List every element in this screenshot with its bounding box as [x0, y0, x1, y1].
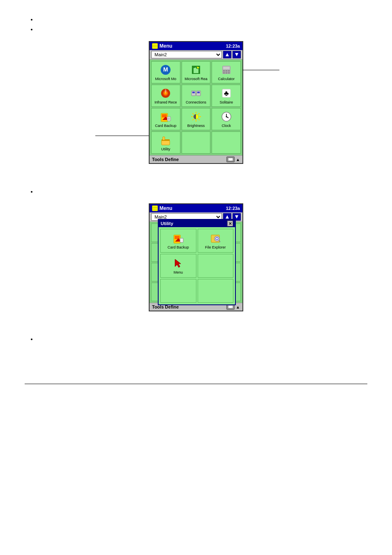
- icon-label: Microsoft Rea: [184, 77, 208, 81]
- svg-rect-22: [192, 92, 195, 93]
- svg-line-41: [198, 113, 199, 115]
- svg-rect-52: [152, 210, 157, 210]
- icon-label: Clock: [221, 124, 231, 128]
- svg-marker-63: [175, 259, 181, 267]
- svg-rect-51: [152, 208, 157, 209]
- brightness-icon: [189, 110, 203, 123]
- popup-icon-empty-1: [198, 254, 234, 278]
- icon-grid-1: M Microsoft Mo: [150, 60, 242, 155]
- title-bar-1: Menu 12:23a: [150, 42, 242, 50]
- svg-rect-11: [223, 70, 225, 71]
- title-bar-text-2: Menu: [159, 205, 172, 211]
- popup-icon-grid: Card Backup File Ex: [159, 227, 235, 304]
- nav-up-btn-1[interactable]: [223, 51, 231, 58]
- svg-text:♣: ♣: [224, 89, 229, 97]
- icon-microsoft-reader[interactable]: Microsoft Rea: [182, 61, 211, 83]
- svg-rect-50: [152, 206, 157, 207]
- microsoft-reader-icon: [189, 63, 203, 76]
- svg-marker-4: [235, 53, 238, 56]
- bullet-item-2: [37, 26, 367, 33]
- title-bar-time-2: 12:23a: [226, 206, 240, 211]
- status-bar-1: Tools Define ⌨ ▲: [150, 155, 242, 163]
- category-dropdown-1[interactable]: Main2: [151, 51, 222, 58]
- popup-menu-icon: [172, 257, 185, 270]
- title-bar-text: Menu: [159, 43, 172, 49]
- bullet-item-4: [37, 336, 367, 343]
- status-bar-text: Tools Define: [152, 157, 179, 162]
- annotation-line-1: [242, 70, 279, 70]
- microsoft-money-icon: M: [159, 63, 172, 76]
- popup-icon-menu[interactable]: Menu: [160, 254, 196, 278]
- empty-icon: [189, 136, 203, 149]
- svg-line-42: [192, 119, 194, 120]
- icon-microsoft-money[interactable]: M Microsoft Mo: [151, 61, 180, 83]
- svg-rect-14: [223, 72, 225, 74]
- svg-rect-10: [223, 67, 230, 69]
- svg-line-40: [198, 119, 199, 120]
- popup-icon-file-explorer[interactable]: File Explorer: [198, 229, 234, 253]
- svg-rect-2: [152, 47, 157, 48]
- infrared-icon: [159, 87, 172, 100]
- icon-solitaire[interactable]: ♣ Solitaire: [212, 85, 241, 107]
- popup-file-explorer-icon: [209, 232, 222, 245]
- clock-icon: [220, 110, 233, 123]
- svg-rect-15: [226, 72, 227, 74]
- svg-marker-3: [226, 53, 229, 56]
- icon-clock[interactable]: Clock: [212, 108, 241, 130]
- screen-1: Menu 12:23a Main2: [149, 41, 243, 164]
- icon-label: Microsoft Mo: [155, 77, 177, 81]
- solitaire-icon: ♣: [220, 87, 233, 100]
- connections-icon: [189, 87, 203, 100]
- svg-rect-13: [228, 70, 230, 71]
- icon-card-backup[interactable]: Card Backup: [151, 108, 180, 130]
- icon-label: Card Backup: [155, 124, 176, 128]
- icon-label: Calculator: [218, 77, 235, 81]
- svg-text:M: M: [163, 66, 168, 73]
- keyboard-icon[interactable]: ⌨: [226, 157, 235, 162]
- screen-2: Menu 12:23a Main2: [149, 203, 243, 311]
- popup-icon-label: Menu: [173, 271, 183, 275]
- scroll-arrow-2: ▲: [236, 305, 240, 309]
- svg-point-60: [214, 236, 219, 241]
- menu-icon: [152, 43, 158, 49]
- icon-calculator[interactable]: Calculator: [212, 61, 241, 83]
- svg-rect-56: [175, 236, 180, 239]
- popup-icon-card-backup[interactable]: Card Backup: [160, 229, 196, 253]
- scroll-arrow: ▲: [236, 157, 240, 162]
- svg-rect-28: [162, 114, 167, 117]
- svg-rect-12: [226, 70, 227, 71]
- bullet-item-1: [37, 16, 367, 23]
- popup-icon-empty-3: [198, 279, 234, 303]
- card-backup-icon: [159, 110, 172, 123]
- popup-icon-label: Card Backup: [168, 246, 189, 250]
- icon-label: Infrared Rece: [154, 101, 177, 105]
- svg-rect-23: [197, 92, 200, 93]
- popup-close-btn[interactable]: ✕: [227, 221, 233, 226]
- bullet-item-3: [37, 189, 367, 195]
- popup-title-text: Utility: [161, 221, 173, 226]
- icon-utility[interactable]: Utility: [151, 131, 180, 154]
- svg-marker-54: [235, 215, 238, 219]
- nav-down-btn-1[interactable]: [233, 51, 241, 58]
- popup-icon-empty-2: [160, 279, 196, 303]
- icon-label: Utility: [161, 147, 170, 152]
- utility-icon: [159, 134, 172, 147]
- title-bar-time: 12:23a: [226, 44, 240, 48]
- dropdown-row-1: Main2: [150, 50, 242, 60]
- svg-rect-1: [152, 46, 157, 46]
- svg-rect-0: [152, 44, 157, 45]
- icon-connections[interactable]: Connections: [182, 85, 211, 107]
- icon-infrared[interactable]: Infrared Rece: [151, 85, 180, 107]
- title-bar-2: Menu 12:23a: [150, 204, 242, 212]
- icon-empty-2: [212, 131, 241, 154]
- empty-icon: [220, 136, 233, 149]
- menu-icon-2: [152, 205, 158, 211]
- icon-label: Brightness: [187, 124, 205, 128]
- popup-title-bar: Utility ✕: [159, 220, 235, 227]
- utility-popup: Utility ✕: [158, 219, 236, 305]
- annotation-line-2: [95, 136, 149, 136]
- svg-marker-53: [226, 215, 229, 219]
- icon-brightness[interactable]: Brightness: [182, 108, 211, 130]
- svg-rect-49: [163, 137, 165, 140]
- icon-label: Connections: [186, 101, 206, 105]
